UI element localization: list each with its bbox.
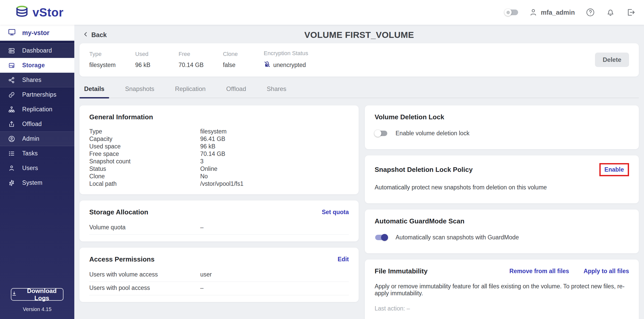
sidebar-item-label: Partnerships: [22, 91, 57, 98]
info-row: Capacity 96.41 GB: [89, 135, 349, 143]
encryption-status-value: unencrypted: [273, 62, 306, 69]
row-label: Free space: [89, 150, 200, 158]
automatic-guardmode-scan-card: Automatic GuardMode Scan Automatically s…: [365, 209, 639, 253]
info-row: Users with pool access –: [89, 282, 349, 295]
tab-offload[interactable]: Offload: [225, 83, 247, 98]
row-label: Local path: [89, 180, 200, 188]
sidebar-item-admin[interactable]: Admin: [0, 131, 74, 146]
row-label: Clone: [89, 173, 200, 180]
server-name: my-vstor: [22, 29, 50, 37]
sidebar-item-label: Storage: [22, 62, 45, 69]
vstor-logo: vStor: [15, 5, 63, 20]
storage-icon: [8, 62, 15, 69]
volume-deletion-lock-toggle[interactable]: [375, 131, 387, 136]
tab-snapshots[interactable]: Snapshots: [124, 83, 155, 98]
guardmode-scan-toggle[interactable]: [375, 235, 387, 240]
info-row: Snapshot count 3: [89, 158, 349, 165]
row-label: Snapshot count: [89, 158, 200, 165]
sidebar-item-shares[interactable]: Shares: [0, 73, 74, 87]
row-label: Volume quota: [89, 224, 200, 231]
sidebar-item-storage[interactable]: Storage: [0, 58, 74, 73]
sidebar-item-system[interactable]: System: [0, 175, 74, 190]
summary-label: Used: [135, 51, 179, 57]
download-logs-button[interactable]: Download Logs: [11, 288, 63, 301]
tab-replication[interactable]: Replication: [174, 83, 207, 98]
sidebar-item-label: Admin: [22, 135, 39, 142]
share-icon: [8, 77, 15, 84]
card-title: File Immutability: [375, 267, 428, 275]
summary-label: Clone: [223, 51, 264, 57]
download-icon: [11, 291, 17, 298]
info-row: Free space 70.14 GB: [89, 150, 349, 158]
unencrypted-lock-icon: [264, 61, 271, 69]
summary-field-encryption: Encryption Status unencrypted: [264, 50, 308, 69]
snapshot-deletion-lock-policy-card: Snapshot Deletion Lock Policy Enable Aut…: [365, 155, 639, 203]
help-icon[interactable]: [586, 8, 595, 17]
summary-value: 70.14 GB: [179, 62, 223, 69]
access-permissions-rows: Users with volume access user Users with…: [89, 268, 349, 295]
sidebar-item-label: Replication: [22, 106, 52, 113]
info-row: Clone No: [89, 173, 349, 180]
remove-immutability-link[interactable]: Remove from all files: [509, 268, 569, 275]
sidebar-item-offload[interactable]: Offload: [0, 117, 74, 131]
row-value: –: [200, 284, 204, 292]
vstor-logo-icon: [15, 5, 29, 20]
access-permissions-card: Access Permissions Edit Users with volum…: [79, 248, 359, 302]
link-icon: [8, 91, 15, 98]
sidebar-item-users[interactable]: Users: [0, 161, 74, 175]
user-icon: [529, 8, 538, 17]
notifications-bell-icon[interactable]: [606, 8, 615, 17]
logout-icon[interactable]: [626, 8, 635, 17]
card-title: Snapshot Deletion Lock Policy: [375, 166, 473, 174]
sidebar-item-label: System: [22, 179, 42, 186]
gear-icon: [8, 179, 15, 187]
last-action-label: Last action: –: [375, 305, 629, 312]
logo-text: vStor: [33, 5, 63, 19]
row-value: 96.41 GB: [200, 135, 225, 143]
tab-shares[interactable]: Shares: [266, 83, 287, 98]
row-value: 96 kB: [200, 143, 215, 150]
summary-value: 96 kB: [135, 62, 179, 69]
summary-value: false: [223, 62, 264, 69]
card-description: Apply or remove immutability feature for…: [375, 283, 629, 297]
file-immutability-card: File Immutability Remove from all files …: [365, 259, 639, 319]
summary-field-clone: Clone false: [223, 51, 264, 69]
edit-permissions-link[interactable]: Edit: [338, 256, 349, 263]
main-content: VOLUME FIRST_VOLUME Back Type filesystem…: [74, 25, 644, 319]
volume-deletion-lock-card: Volume Deletion Lock Enable volume delet…: [365, 105, 639, 149]
delete-volume-button[interactable]: Delete: [595, 53, 629, 67]
upload-icon: [8, 121, 15, 128]
enable-snapshot-lock-link[interactable]: Enable: [605, 166, 624, 173]
sidebar-item-dashboard[interactable]: Dashboard: [0, 43, 74, 58]
tab-details[interactable]: Details: [83, 83, 106, 98]
summary-field-type: Type filesystem: [89, 51, 135, 69]
info-row: Type filesystem: [89, 128, 349, 135]
row-label: Users with pool access: [89, 284, 200, 292]
theme-toggle[interactable]: [505, 10, 518, 15]
info-row: Users with volume access user: [89, 268, 349, 282]
users-icon: [8, 165, 15, 172]
general-information-card: General Information Type filesystem Capa…: [79, 105, 359, 194]
info-row: Local path /vstor/vpool1/fs1: [89, 180, 349, 188]
sidebar-item-partnerships[interactable]: Partnerships: [0, 87, 74, 102]
apply-immutability-link[interactable]: Apply to all files: [584, 268, 629, 275]
summary-value: filesystem: [89, 62, 135, 69]
row-label: Status: [89, 165, 200, 173]
sidebar-item-tasks[interactable]: Tasks: [0, 146, 74, 161]
row-value: /vstor/vpool1/fs1: [200, 180, 243, 188]
user-menu[interactable]: mfa_admin: [529, 8, 575, 17]
volume-tabs: Details Snapshots Replication Offload Sh…: [79, 83, 639, 98]
card-title: Storage Allocation: [89, 208, 148, 216]
sidebar-item-replication[interactable]: Replication: [0, 102, 74, 117]
summary-label: Encryption Status: [264, 50, 308, 57]
info-row: Status Online: [89, 165, 349, 173]
sidebar-item-label: Offload: [22, 121, 42, 128]
summary-field-free: Free 70.14 GB: [179, 51, 223, 69]
sidebar-item-label: Shares: [22, 77, 42, 83]
sidebar-item-my-vstor[interactable]: my-vstor: [0, 25, 74, 41]
set-quota-link[interactable]: Set quota: [322, 209, 349, 216]
summary-field-used: Used 96 kB: [135, 51, 179, 69]
row-label: Capacity: [89, 135, 200, 143]
row-value: No: [200, 173, 208, 180]
info-row: Used space 96 kB: [89, 143, 349, 150]
